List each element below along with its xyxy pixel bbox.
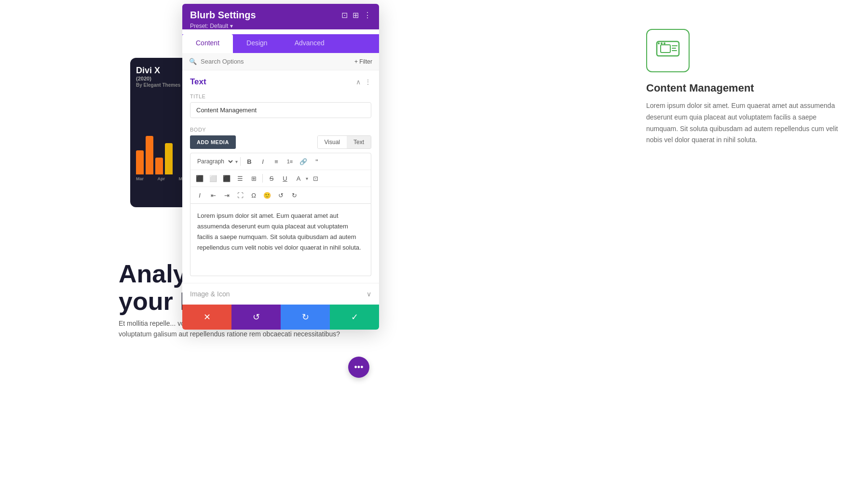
panel-header: Blurb Settings ⊡ ⊞ ⋮ Preset: Default ▾ xyxy=(182,4,379,29)
bold-button[interactable]: B xyxy=(243,155,256,168)
svg-rect-1 xyxy=(661,45,670,53)
undo-button[interactable]: ↺ xyxy=(231,305,281,330)
svg-point-6 xyxy=(661,42,663,44)
preview-body: Lorem ipsum dolor sit amet. Eum quaerat … xyxy=(646,100,839,146)
search-icon: 🔍 xyxy=(189,58,197,65)
search-input[interactable] xyxy=(201,58,351,65)
bar-4 xyxy=(165,143,173,174)
align-justify-button[interactable]: ☰ xyxy=(234,172,246,185)
text-tab[interactable]: Text xyxy=(347,136,371,148)
redo-editor-button[interactable]: ↻ xyxy=(288,189,300,201)
editor-content[interactable]: Lorem ipsum dolor sit amet. Eum quaerat … xyxy=(190,204,371,276)
divi-card-by: By Elegant Themes xyxy=(136,82,187,88)
link-button[interactable]: 🔗 xyxy=(297,155,310,168)
image-icon-section[interactable]: Image & Icon ∨ xyxy=(182,283,379,305)
chart-label-mar: Mar xyxy=(136,176,144,181)
chart-bars xyxy=(136,126,187,174)
more-options-icon[interactable]: ⋮ xyxy=(364,11,371,20)
panel-header-icons: ⊡ ⊞ ⋮ xyxy=(341,11,371,20)
undo-editor-button[interactable]: ↺ xyxy=(274,189,287,201)
cancel-button[interactable]: ✕ xyxy=(182,305,231,330)
emoji-button[interactable]: 🙂 xyxy=(261,189,273,201)
visual-tab[interactable]: Visual xyxy=(318,136,347,148)
paragraph-select[interactable]: Paragraph Heading 1 Heading 2 xyxy=(193,157,234,166)
body-label: Body xyxy=(190,127,371,133)
divi-card-year: (2020) xyxy=(136,76,187,81)
fullscreen-editor-button[interactable]: ⛶ xyxy=(234,189,246,201)
redo-icon: ↻ xyxy=(302,312,309,322)
save-button[interactable]: ✓ xyxy=(330,305,379,330)
filter-label: + Filter xyxy=(354,58,372,65)
tab-content[interactable]: Content xyxy=(182,34,233,53)
title-label: Title xyxy=(190,93,371,99)
panel-title: Blurb Settings xyxy=(190,10,256,21)
title-field: Title xyxy=(182,92,379,125)
fullscreen-icon[interactable]: ⊡ xyxy=(341,11,348,20)
section-header-icons: ∧ ⋮ xyxy=(356,78,371,86)
cms-icon xyxy=(655,38,681,64)
svg-point-5 xyxy=(658,42,660,44)
tab-design[interactable]: Design xyxy=(233,34,281,53)
editor-mode-tabs: Visual Text xyxy=(317,135,371,149)
toolbar-row-3: I ⇤ ⇥ ⛶ Ω 🙂 ↺ ↻ xyxy=(190,187,371,203)
unordered-list-button[interactable]: ≡ xyxy=(270,155,283,168)
blockquote-button[interactable]: " xyxy=(311,155,323,168)
panel-body: Text ∧ ⋮ Title Body ADD MEDIA Visual Tex… xyxy=(182,70,379,305)
panel-preset[interactable]: Preset: Default ▾ xyxy=(190,23,371,29)
format-clear-button[interactable]: I xyxy=(193,189,206,201)
title-input[interactable] xyxy=(190,102,371,118)
strikethrough-button[interactable]: S xyxy=(265,172,278,185)
special-chars-button[interactable]: Ω xyxy=(247,189,260,201)
save-icon: ✓ xyxy=(351,312,358,322)
dots-icon: ••• xyxy=(354,362,364,373)
tab-advanced[interactable]: Advanced xyxy=(281,34,338,53)
collapse-icon[interactable]: ∧ xyxy=(356,78,361,86)
divi-card-title: Divi X xyxy=(136,66,187,76)
undo-icon: ↺ xyxy=(253,312,260,322)
italic-button[interactable]: I xyxy=(257,155,269,168)
preview-icon-box xyxy=(646,29,690,72)
underline-button[interactable]: U xyxy=(279,172,291,185)
preview-panel: Content Management Lorem ipsum dolor sit… xyxy=(646,29,839,146)
cancel-icon: ✕ xyxy=(203,312,211,322)
bar-3 xyxy=(155,158,163,174)
format-toolbar: Paragraph Heading 1 Heading 2 ▾ B I ≡ 1≡… xyxy=(190,153,371,204)
add-media-button[interactable]: ADD MEDIA xyxy=(190,135,236,149)
image-icon-title: Image & Icon xyxy=(190,290,230,298)
floating-menu-button[interactable]: ••• xyxy=(348,357,369,378)
preview-title: Content Management xyxy=(646,82,839,94)
toolbar-row-1: Paragraph Heading 1 Heading 2 ▾ B I ≡ 1≡… xyxy=(190,153,371,170)
outdent-button[interactable]: ⇤ xyxy=(207,189,219,201)
chevron-down-icon: ∨ xyxy=(366,290,371,298)
action-bar: ✕ ↺ ↻ ✓ xyxy=(182,305,379,330)
align-left-button[interactable]: ⬛ xyxy=(193,172,206,185)
panel-tabs: Content Design Advanced xyxy=(182,34,379,53)
toolbar-row-2: ⬛ ⬜ ⬛ ☰ ⊞ S U A ▾ ⊡ xyxy=(190,170,371,187)
redo-button[interactable]: ↻ xyxy=(281,305,330,330)
body-field: Body ADD MEDIA Visual Text Paragraph Hea… xyxy=(182,125,379,283)
text-color-button[interactable]: A xyxy=(292,172,305,185)
editor-text: Lorem ipsum dolor sit amet. Eum quaerat … xyxy=(197,212,361,251)
panel-title-row: Blurb Settings ⊡ ⊞ ⋮ xyxy=(190,10,371,21)
columns-icon[interactable]: ⊞ xyxy=(353,11,359,20)
chart-label-apr: Apr xyxy=(158,176,165,181)
text-section-title: Text xyxy=(190,77,206,87)
align-right-button[interactable]: ⬛ xyxy=(220,172,233,185)
text-section-header: Text ∧ ⋮ xyxy=(182,70,379,92)
settings-panel: Blurb Settings ⊡ ⊞ ⋮ Preset: Default ▾ C… xyxy=(182,4,379,330)
align-center-button[interactable]: ⬜ xyxy=(207,172,219,185)
indent-button[interactable]: ⇥ xyxy=(220,189,233,201)
editor-top: ADD MEDIA Visual Text xyxy=(190,135,371,149)
ordered-list-button[interactable]: 1≡ xyxy=(284,155,296,168)
bar-2 xyxy=(146,136,153,174)
table-button[interactable]: ⊞ xyxy=(247,172,260,185)
color-arrow-icon: ▾ xyxy=(306,176,308,181)
filter-button[interactable]: + Filter xyxy=(354,58,372,65)
section-more-icon[interactable]: ⋮ xyxy=(365,78,371,86)
bar-1 xyxy=(136,150,144,174)
toolbar-divider-1 xyxy=(240,157,241,166)
toolbar-select-arrow-icon: ▾ xyxy=(235,159,238,164)
paste-special-button[interactable]: ⊡ xyxy=(309,172,322,185)
toolbar-divider-2 xyxy=(262,174,263,183)
svg-rect-0 xyxy=(657,41,679,56)
